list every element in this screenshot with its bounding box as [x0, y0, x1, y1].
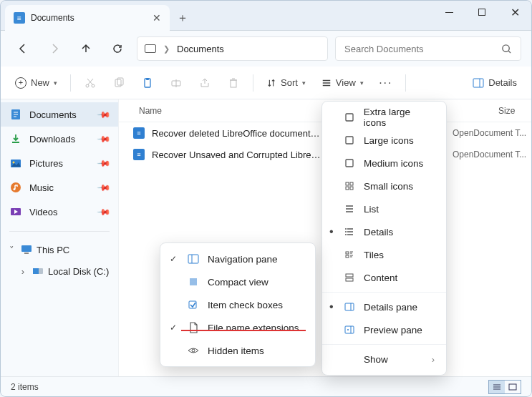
new-tab-button[interactable]: ＋: [170, 5, 195, 31]
svg-point-28: [345, 231, 347, 232]
svg-rect-16: [21, 245, 32, 252]
layout-option-extra-large-icons[interactable]: Extra large icons: [322, 106, 446, 129]
details-pane-button[interactable]: Details: [465, 71, 524, 95]
more-button[interactable]: ···: [372, 71, 400, 95]
search-input[interactable]: [344, 44, 501, 54]
close-button[interactable]: ✕: [498, 1, 531, 24]
show-option-navigation-pane[interactable]: ✓Navigation pane: [160, 247, 315, 270]
view-button[interactable]: View ▾: [314, 71, 371, 95]
up-button[interactable]: [74, 36, 98, 61]
details-layout-toggle[interactable]: [489, 381, 505, 393]
layout-option-medium-icons[interactable]: Medium icons: [322, 152, 446, 175]
pin-icon[interactable]: 📌: [97, 205, 112, 220]
pin-icon[interactable]: 📌: [97, 107, 112, 122]
back-button[interactable]: [11, 36, 35, 61]
compact-icon: [186, 277, 200, 287]
statusbar: 2 items: [1, 376, 531, 396]
show-option-compact-view[interactable]: Compact view: [160, 270, 315, 293]
layout-option-tiles[interactable]: Tiles: [322, 243, 446, 266]
sort-button[interactable]: Sort ▾: [259, 71, 313, 95]
pin-icon[interactable]: 📌: [97, 180, 112, 195]
tree-twisty-icon[interactable]: ˅: [6, 245, 16, 255]
item-count: 2 items: [11, 382, 39, 392]
sidebar-item-videos[interactable]: Videos📌: [1, 200, 118, 224]
minimize-button[interactable]: [432, 1, 465, 24]
file-name: Recover Unsaved and Corrupted LibreOffic…: [152, 150, 324, 160]
thumbnails-layout-toggle[interactable]: [505, 381, 521, 393]
svg-rect-35: [345, 326, 354, 333]
layout-icon: [342, 273, 357, 283]
show-option-file-name-extensions[interactable]: ✓File name extensions: [160, 316, 315, 339]
sidebar-item-label: Downloads: [29, 134, 75, 144]
sidebar-item-downloads[interactable]: Downloads📌: [1, 127, 118, 151]
column-size[interactable]: Size: [498, 106, 531, 116]
layout-option-small-icons[interactable]: Small icons: [322, 175, 446, 197]
layout-option-details[interactable]: •Details: [322, 220, 446, 243]
layout-option-large-icons[interactable]: Large icons: [322, 129, 446, 152]
sidebar-item-music[interactable]: Music📌: [1, 175, 118, 200]
svg-rect-31: [346, 255, 349, 258]
share-button[interactable]: [191, 71, 218, 95]
svg-rect-34: [345, 303, 354, 310]
pane-option-details-pane[interactable]: •Details pane: [322, 295, 446, 318]
layout-icon: [342, 181, 357, 191]
file-ext-icon: [186, 322, 200, 333]
hidden-icon: [186, 346, 200, 355]
maximize-button[interactable]: [465, 1, 498, 24]
svg-rect-8: [231, 80, 236, 87]
layout-icon: [342, 204, 357, 214]
tree-twisty-icon[interactable]: ›: [18, 266, 28, 277]
forward-button[interactable]: [42, 36, 67, 61]
pc-icon: [145, 44, 156, 53]
show-option-item-check-boxes[interactable]: Item check boxes: [160, 293, 315, 316]
svg-rect-6: [146, 78, 149, 80]
sidebar-item-pictures[interactable]: Pictures📌: [1, 151, 118, 175]
svg-rect-32: [346, 274, 353, 277]
svg-rect-25: [346, 187, 349, 190]
tree-item-this-pc[interactable]: ˅This PC: [1, 239, 118, 260]
document-icon: [9, 109, 22, 120]
file-type: OpenDocument T...: [453, 128, 531, 138]
layout-option-content[interactable]: Content: [322, 266, 446, 289]
new-button[interactable]: + New ▾: [8, 71, 64, 95]
paste-button[interactable]: [134, 71, 161, 95]
checkbox-icon: [186, 300, 200, 310]
copy-button[interactable]: [105, 71, 132, 95]
pane-option-preview-pane[interactable]: Preview pane: [322, 318, 446, 341]
checkmark-icon: ✓: [168, 254, 179, 264]
tab-title: Documents: [31, 13, 147, 23]
layout-icon: [342, 227, 357, 237]
disk-icon: [32, 267, 44, 275]
svg-point-36: [347, 329, 349, 330]
svg-point-14: [14, 188, 16, 190]
pin-icon[interactable]: 📌: [97, 156, 112, 171]
svg-rect-19: [33, 268, 39, 274]
svg-rect-17: [24, 253, 29, 254]
layout-icon: [342, 250, 357, 260]
window-tab[interactable]: ≡ Documents ✕: [5, 5, 170, 31]
address-bar[interactable]: ❯ Documents: [137, 36, 328, 61]
cut-button[interactable]: [77, 71, 104, 95]
chevron-right-icon: ›: [432, 354, 435, 365]
tree-item-local-disk-c-[interactable]: ›Local Disk (C:): [1, 260, 118, 282]
svg-point-29: [345, 234, 347, 235]
sort-icon: [266, 78, 276, 88]
show-option-hidden-items[interactable]: Hidden items: [160, 339, 315, 362]
layout-option-list[interactable]: List: [322, 197, 446, 220]
show-submenu-trigger[interactable]: Show›: [322, 348, 446, 371]
svg-rect-9: [473, 79, 483, 87]
layout-icon: [342, 135, 357, 145]
svg-rect-37: [188, 255, 198, 263]
navbar: ❯ Documents: [1, 31, 531, 67]
column-name[interactable]: Name: [139, 106, 162, 116]
pin-icon[interactable]: 📌: [97, 132, 112, 147]
sidebar-item-documents[interactable]: Documents📌: [1, 102, 118, 127]
chevron-down-icon: ▾: [54, 79, 57, 87]
plus-icon: +: [15, 77, 26, 89]
breadcrumb[interactable]: Documents: [177, 44, 224, 54]
rename-button[interactable]: [163, 71, 190, 95]
search-box[interactable]: [335, 36, 521, 61]
tab-close-icon[interactable]: ✕: [153, 12, 161, 24]
delete-button[interactable]: [220, 71, 247, 95]
refresh-button[interactable]: [105, 36, 130, 61]
